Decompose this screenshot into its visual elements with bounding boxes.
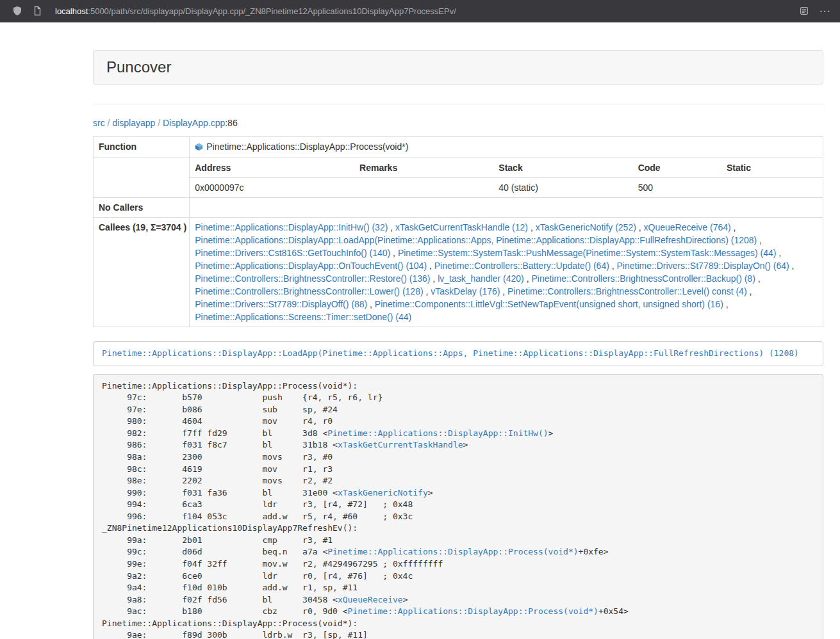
- symbol-link[interactable]: xTaskGetCurrentTaskHandle: [338, 440, 463, 449]
- url-path: :5000/path/src/displayapp/DisplayApp.cpp…: [88, 6, 456, 16]
- callee-link[interactable]: xQueueReceive (764): [644, 222, 731, 232]
- symbol-link[interactable]: Pinetime::Applications::DisplayApp::Proc…: [327, 547, 578, 556]
- code-value: 500: [633, 178, 721, 198]
- breadcrumb: src / displayapp / DisplayApp.cpp:86: [93, 117, 823, 129]
- code-line: 9a4: f10d 010b add.w r1, sp, #11: [102, 582, 814, 594]
- callee-link[interactable]: Pinetime::Applications::DisplayApp::OnTo…: [195, 261, 427, 271]
- no-callers-label: No Callers: [94, 198, 190, 218]
- stats-row: Address Remarks Stack Code Static 0x0000…: [94, 158, 823, 198]
- stats-data-row: 0x0000097c 40 (static) 500: [190, 178, 823, 198]
- symbol-link[interactable]: xTaskGenericNotify: [338, 488, 428, 497]
- callee-link[interactable]: Pinetime::Applications::DisplayApp::Load…: [195, 235, 757, 245]
- function-name-cell: Pinetime::Applications::DisplayApp::Proc…: [190, 137, 823, 158]
- function-name: Pinetime::Applications::DisplayApp::Proc…: [206, 142, 408, 152]
- divider: [93, 104, 823, 104]
- url-bar[interactable]: localhost:5000/path/src/displayapp/Displ…: [51, 6, 790, 16]
- disassembly: Pinetime::Applications::DisplayApp::Proc…: [93, 374, 823, 639]
- callee-link[interactable]: Pinetime::System::SystemTask::PushMessag…: [398, 248, 777, 258]
- selected-symbol-box: Pinetime::Applications::DisplayApp::Load…: [93, 341, 823, 366]
- callee-link[interactable]: Pinetime::Drivers::St7789::DisplayOff() …: [195, 299, 367, 309]
- code-line: 9ac: b180 cbz r0, 9d0 <Pinetime::Applica…: [102, 606, 814, 618]
- code-line: Pinetime::Applications::DisplayApp::Proc…: [102, 380, 814, 392]
- code-line: _ZN8Pinetime12Applications10DisplayApp7R…: [102, 522, 814, 535]
- code-line: 982: f7ff fd29 bl 3d8 <Pinetime::Applica…: [102, 428, 814, 440]
- callee-link[interactable]: Pinetime::Applications::DisplayApp::Init…: [195, 222, 388, 232]
- callees-cell: Pinetime::Applications::DisplayApp::Init…: [190, 218, 823, 327]
- callee-link[interactable]: vTaskDelay (176): [431, 286, 500, 296]
- page-info-icon[interactable]: [31, 5, 43, 17]
- col-header-code: Code: [633, 158, 721, 178]
- code-line: 97c: b570 push {r4, r5, r6, lr}: [102, 392, 814, 404]
- code-line: 99a: 2b01 cmp r3, #1: [102, 535, 814, 547]
- breadcrumb-link[interactable]: src: [93, 118, 105, 128]
- reader-mode-icon[interactable]: [798, 5, 810, 17]
- function-row: Function Pinetime::Applications::Display…: [94, 137, 823, 158]
- breadcrumb-link[interactable]: displayapp: [112, 118, 155, 128]
- code-line: 986: f031 f8c7 bl 31b18 <xTaskGetCurrent…: [102, 439, 814, 451]
- symbol-link[interactable]: xQueueReceive: [338, 595, 403, 604]
- callee-link[interactable]: Pinetime::Drivers::St7789::DisplayOn() (…: [617, 261, 789, 271]
- code-line: 98a: 2300 movs r3, #0: [102, 451, 814, 464]
- callee-link[interactable]: Pinetime::Controllers::BrightnessControl…: [507, 286, 746, 296]
- selected-symbol-link[interactable]: Pinetime::Applications::DisplayApp::Load…: [102, 348, 799, 358]
- stack-value: 40 (static): [493, 178, 632, 198]
- static-value: [721, 178, 823, 198]
- breadcrumb-link[interactable]: DisplayApp.cpp: [163, 118, 225, 128]
- callee-link[interactable]: lv_task_handler (420): [438, 273, 524, 284]
- callers-cell: [190, 198, 823, 218]
- page-actions-icon[interactable]: ⋯: [818, 5, 831, 17]
- code-line: Pinetime::Applications::DisplayApp::Proc…: [102, 618, 814, 630]
- page-title-box: Puncover: [93, 50, 823, 85]
- callees-row: Callees (19, Σ=3704 ) Pinetime::Applicat…: [94, 218, 823, 327]
- callees-label: Callees (19, Σ=3704 ): [94, 218, 190, 327]
- code-line: 990: f031 fa36 bl 31e00 <xTaskGenericNot…: [102, 487, 814, 499]
- address-value: 0x0000097c: [190, 178, 354, 198]
- browser-toolbar: localhost:5000/path/src/displayapp/Displ…: [0, 0, 840, 22]
- callee-link[interactable]: Pinetime::Applications::Screens::Timer::…: [195, 312, 411, 322]
- callee-link[interactable]: xTaskGenericNotify (252): [536, 222, 636, 232]
- breadcrumb-line-number: :86: [225, 118, 237, 128]
- page-content: Puncover src / displayapp / DisplayApp.c…: [93, 50, 823, 639]
- callee-link[interactable]: Pinetime::Drivers::Cst816S::GetTouchInfo…: [195, 248, 390, 258]
- stats-cell: Address Remarks Stack Code Static 0x0000…: [190, 158, 823, 198]
- callee-link[interactable]: Pinetime::Controllers::Battery::Update()…: [434, 261, 609, 271]
- symbol-link[interactable]: Pinetime::Applications::DisplayApp::Proc…: [348, 606, 598, 616]
- callee-link[interactable]: Pinetime::Controllers::BrightnessControl…: [195, 286, 423, 296]
- symbol-link[interactable]: Pinetime::Applications::DisplayApp::Init…: [327, 428, 548, 438]
- code-line: 994: 6ca3 ldr r3, [r4, #72] ; 0x48: [102, 499, 814, 511]
- stats-row-label: [94, 158, 190, 198]
- code-line: 9a2: 6ce0 ldr r0, [r4, #76] ; 0x4c: [102, 570, 814, 583]
- code-line: 980: 4604 mov r4, r0: [102, 416, 814, 428]
- remarks-value: [354, 178, 493, 198]
- col-header-static: Static: [721, 158, 823, 178]
- code-line: 9a8: f02f fd56 bl 30458 <xQueueReceive>: [102, 594, 814, 606]
- function-row-label: Function: [94, 137, 190, 158]
- col-header-stack: Stack: [493, 158, 632, 178]
- stats-header-row: Address Remarks Stack Code Static: [190, 158, 823, 178]
- function-table: Function Pinetime::Applications::Display…: [93, 136, 823, 327]
- callee-link[interactable]: Pinetime::Controllers::BrightnessControl…: [531, 273, 755, 284]
- code-line: 99c: d06d beq.n a7a <Pinetime::Applicati…: [102, 546, 814, 558]
- code-line: 9ae: f89d 300b ldrb.w r3, [sp, #11]: [102, 629, 814, 639]
- code-line: 98e: 2202 movs r2, #2: [102, 475, 814, 487]
- function-cube-icon: [195, 142, 203, 154]
- code-line: 996: f104 053c add.w r5, r4, #60 ; 0x3c: [102, 511, 814, 523]
- callee-link[interactable]: xTaskGetCurrentTaskHandle (12): [395, 222, 528, 232]
- code-line: 99e: f04f 32ff mov.w r2, #4294967295 ; 0…: [102, 558, 814, 570]
- callee-link[interactable]: Pinetime::Controllers::BrightnessControl…: [195, 273, 430, 284]
- code-line: 97e: b086 sub sp, #24: [102, 404, 814, 416]
- shield-icon[interactable]: [12, 5, 23, 17]
- code-line: 98c: 4619 mov r1, r3: [102, 464, 814, 476]
- breadcrumb-separator: /: [155, 118, 163, 128]
- page-title: Puncover: [106, 58, 171, 76]
- callers-row: No Callers: [94, 198, 823, 218]
- url-host: localhost: [55, 6, 88, 16]
- stats-table: Address Remarks Stack Code Static 0x0000…: [190, 158, 823, 197]
- col-header-address: Address: [190, 158, 354, 178]
- breadcrumb-separator: /: [105, 118, 113, 128]
- callee-link[interactable]: Pinetime::Components::LittleVgl::SetNewT…: [375, 299, 723, 309]
- col-header-remarks: Remarks: [354, 158, 493, 178]
